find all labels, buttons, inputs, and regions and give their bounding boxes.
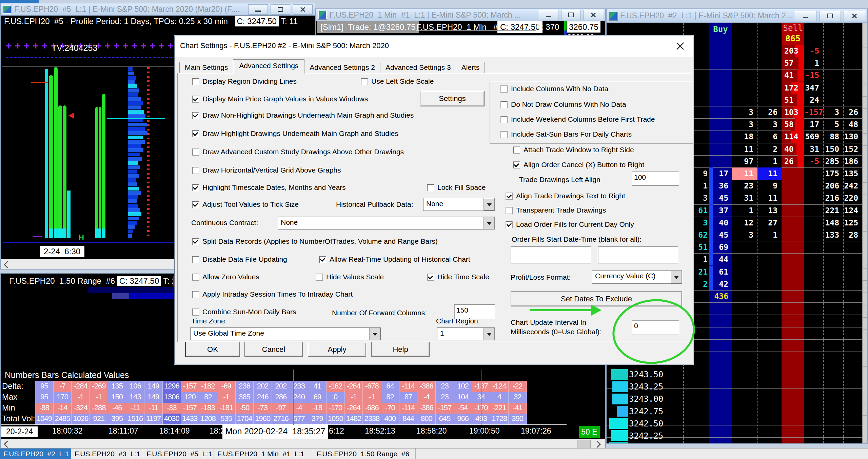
col1-cell[interactable]: [732, 266, 757, 278]
col1-cell[interactable]: [732, 82, 757, 94]
delta-cell[interactable]: [804, 180, 823, 192]
col4-cell[interactable]: 150: [823, 143, 843, 155]
sell-qty-cell[interactable]: [782, 180, 804, 192]
col4-cell[interactable]: 216: [823, 192, 843, 204]
col5-cell[interactable]: 26: [843, 106, 862, 118]
col2-cell[interactable]: 9: [757, 180, 782, 192]
col2-cell[interactable]: [757, 266, 782, 278]
col2-cell[interactable]: [757, 69, 782, 81]
buy-qty-cell[interactable]: 42: [709, 278, 732, 290]
chart-region-dropdown[interactable]: 1: [437, 327, 495, 340]
dialog-titlebar[interactable]: Chart Settings - F.US.EPH20 #2 - E-Mini …: [175, 36, 693, 57]
checkbox[interactable]: [506, 193, 513, 200]
col2-cell[interactable]: 2: [757, 143, 782, 155]
col4-cell[interactable]: 133: [823, 229, 843, 241]
checkbox[interactable]: [192, 167, 199, 174]
dropdown-arrow-icon[interactable]: [484, 217, 495, 229]
sell-qty-cell[interactable]: 58: [782, 118, 804, 131]
checkbox[interactable]: [316, 274, 323, 281]
buy-qty-cell[interactable]: [709, 155, 732, 167]
restore-button[interactable]: [271, 4, 290, 15]
col4-cell[interactable]: 88: [823, 131, 843, 143]
checkbox[interactable]: [500, 131, 508, 138]
col5-cell[interactable]: 130: [843, 131, 862, 143]
ok-button[interactable]: OK: [185, 342, 240, 357]
sell-qty-cell[interactable]: [782, 192, 804, 204]
col2-cell[interactable]: 13: [757, 204, 782, 217]
delta-cell[interactable]: 569: [804, 131, 823, 143]
col2-cell[interactable]: [757, 290, 782, 302]
settings-button[interactable]: Settings: [420, 91, 485, 106]
tab-main-settings[interactable]: Main Settings: [179, 62, 233, 73]
checkbox[interactable]: [192, 274, 199, 281]
dialog-close-button[interactable]: [675, 41, 686, 52]
col1-cell[interactable]: 31: [732, 192, 757, 204]
checkbox[interactable]: [192, 78, 199, 85]
delta-cell[interactable]: [804, 192, 823, 204]
delta-cell[interactable]: [804, 241, 823, 253]
delta-cell[interactable]: [804, 253, 823, 265]
col2-cell[interactable]: 11: [757, 192, 782, 204]
checkbox[interactable]: [192, 308, 199, 316]
col5-cell[interactable]: [843, 241, 862, 253]
sell-qty-cell[interactable]: [782, 290, 804, 302]
delta-cell[interactable]: [804, 290, 823, 302]
col5-cell[interactable]: [843, 82, 862, 94]
col2-cell[interactable]: 1: [757, 229, 782, 241]
col2-cell[interactable]: 6: [757, 131, 782, 143]
col5-cell[interactable]: 48: [843, 118, 862, 131]
scroll-right-arrow[interactable]: [594, 441, 601, 448]
sell-qty-cell[interactable]: 26: [782, 155, 804, 167]
col5-cell[interactable]: [843, 57, 862, 69]
tab-alerts[interactable]: Alerts: [456, 62, 485, 73]
col2-cell[interactable]: [757, 253, 782, 265]
cont-contract-dropdown[interactable]: None: [278, 217, 495, 230]
col4-cell[interactable]: 221: [823, 204, 843, 217]
col4-cell[interactable]: [823, 69, 843, 81]
col1-cell[interactable]: [732, 290, 757, 302]
buy-qty-cell[interactable]: [709, 57, 732, 69]
checkbox[interactable]: [506, 221, 513, 228]
delta-cell[interactable]: [804, 302, 823, 315]
sell-qty-cell[interactable]: 203: [782, 45, 804, 57]
apply-button[interactable]: Apply: [308, 342, 366, 357]
buy-qty-cell[interactable]: [709, 106, 732, 118]
col5-cell[interactable]: 186: [843, 155, 862, 167]
buy-qty-cell[interactable]: [709, 302, 732, 315]
col5-cell[interactable]: [843, 94, 862, 106]
col1-cell[interactable]: [732, 45, 757, 57]
checkbox[interactable]: [500, 101, 508, 108]
checkbox[interactable]: [192, 238, 199, 245]
sell-qty-cell[interactable]: 114: [782, 131, 804, 143]
fills-start-date-input[interactable]: [511, 246, 591, 263]
taskbar-tab-4[interactable]: F.US.EPH20 1 Min #1 L:1: [214, 448, 313, 459]
col2-cell[interactable]: [757, 57, 782, 69]
col5-cell[interactable]: [843, 290, 862, 302]
col1-cell[interactable]: 23: [732, 180, 757, 192]
taskbar-tab-1[interactable]: F.US.EPH20 #2 L:1: [0, 448, 71, 459]
checkbox[interactable]: [427, 184, 434, 191]
col4-cell[interactable]: 206: [823, 180, 843, 192]
col4-cell[interactable]: [823, 266, 843, 278]
col4-cell[interactable]: 3: [823, 106, 843, 118]
sell-qty-cell[interactable]: [782, 266, 804, 278]
sell-qty-cell[interactable]: 57: [782, 57, 804, 69]
col1-cell[interactable]: 18: [732, 131, 757, 143]
minimize-button[interactable]: [248, 4, 268, 15]
buy-qty-cell[interactable]: 436: [709, 290, 732, 302]
dropdown-arrow-icon[interactable]: [484, 328, 495, 340]
delta-cell[interactable]: -5: [804, 45, 823, 57]
checkbox[interactable]: [506, 207, 513, 214]
sell-qty-cell[interactable]: [782, 278, 804, 290]
fills-start-time-input[interactable]: [598, 246, 678, 263]
tpo-titlebar[interactable]: F.US.EPH20 #5 L:1 | E-Mini S&P 500: Marc…: [1, 3, 315, 16]
col1-cell[interactable]: [732, 241, 757, 253]
checkbox[interactable]: [319, 256, 326, 263]
buy-qty-cell[interactable]: [709, 82, 732, 94]
dropdown-arrow-icon[interactable]: [369, 328, 380, 340]
time-zone-dropdown[interactable]: Use Global Time Zone: [190, 327, 381, 340]
buy-qty-cell[interactable]: [709, 118, 732, 131]
sell-qty-cell[interactable]: [782, 167, 804, 180]
cancel-button[interactable]: Cancel: [244, 342, 303, 357]
col4-cell[interactable]: 285: [823, 155, 843, 167]
